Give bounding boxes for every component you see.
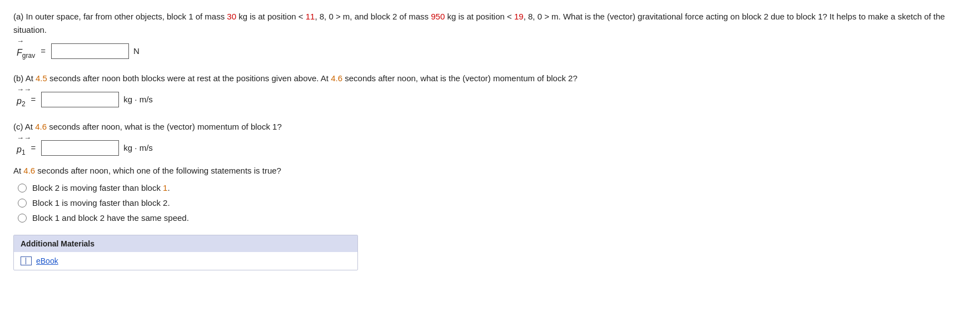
- pos1x-value: 11: [306, 12, 315, 21]
- part-b-text2: seconds after noon both blocks were at r…: [47, 73, 331, 83]
- radio-opt1-label: Block 2 is moving faster than block 1.: [32, 183, 170, 192]
- p2-letter: p: [17, 96, 22, 106]
- p2-subscript: 2: [22, 100, 26, 108]
- part-b: (b) At 4.5 seconds after noon both block…: [13, 72, 967, 108]
- statement-time: 4.6: [23, 166, 35, 175]
- p1-subscript: 1: [22, 149, 26, 156]
- part-c-question: (c) At 4.6 seconds after noon, what is t…: [13, 120, 967, 134]
- opt1-text-before: Block 2 is moving faster than block: [32, 183, 163, 192]
- part-b-time1: 4.5: [36, 73, 47, 83]
- opt2-text-after: 2.: [163, 198, 170, 208]
- part-a-equals: =: [41, 46, 46, 56]
- mass1-value: 30: [227, 12, 236, 21]
- part-b-text1: At: [26, 73, 36, 83]
- part-b-equals: =: [31, 95, 36, 104]
- p2-vector-label: →→ p2: [17, 91, 26, 108]
- part-b-label: (b): [13, 73, 23, 83]
- part-b-answer-row: →→ p2 = kg · m/s: [17, 91, 967, 108]
- opt3-text: Block 1 and block 2 have the same speed.: [32, 213, 189, 223]
- part-a-text3: , 8, 0 > m, and block 2 of mass: [315, 12, 431, 21]
- part-c-label: (c): [13, 122, 23, 131]
- part-a-question: (a) In outer space, far from other objec…: [13, 10, 967, 37]
- p2-arrow: →→: [17, 85, 31, 93]
- part-a-input[interactable]: [51, 43, 129, 59]
- part-c-answer-row: →→ p1 = kg · m/s: [17, 139, 967, 156]
- fgrav-subscript: grav: [22, 52, 35, 60]
- part-a: (a) In outer space, far from other objec…: [13, 10, 967, 60]
- opt2-text-before: Block 1 is moving faster than block: [32, 198, 163, 208]
- part-a-text4: kg is at position <: [445, 12, 514, 21]
- mass2-value: 950: [431, 12, 445, 21]
- part-c-input[interactable]: [41, 140, 119, 156]
- part-b-input[interactable]: [41, 92, 119, 107]
- part-c-unit: kg · m/s: [123, 143, 153, 152]
- p1-letter: p: [17, 145, 22, 154]
- additional-materials-header: Additional Materials: [14, 235, 357, 252]
- part-c-equals: =: [31, 143, 36, 152]
- part-c-text1: At: [25, 122, 35, 131]
- statement-intro: At 4.6 seconds after noon, which one of …: [13, 164, 967, 177]
- p1-vector-label: →→ p1: [17, 139, 26, 156]
- radio-opt2-label: Block 1 is moving faster than block 2.: [32, 198, 170, 208]
- radio-option-3: Block 1 and block 2 have the same speed.: [18, 213, 967, 223]
- part-c-time: 4.6: [35, 122, 47, 131]
- ebook-icon: [21, 256, 32, 265]
- fgrav-vector-label: → Fgrav: [17, 42, 35, 60]
- part-c: (c) At 4.6 seconds after noon, what is t…: [13, 120, 967, 223]
- part-c-text2: seconds after noon, what is the (vector)…: [47, 122, 282, 131]
- part-a-unit: N: [133, 46, 140, 56]
- radio-option-1: Block 2 is moving faster than block 1.: [18, 183, 967, 192]
- radio-opt1[interactable]: [18, 184, 27, 192]
- statement-section: At 4.6 seconds after noon, which one of …: [13, 164, 967, 223]
- part-b-time2: 4.6: [331, 73, 342, 83]
- opt1-text-after: .: [167, 183, 170, 192]
- additional-materials-body: eBook: [14, 252, 357, 270]
- part-a-text2: kg is at position <: [236, 12, 306, 21]
- radio-opt2[interactable]: [18, 199, 27, 208]
- radio-option-2: Block 1 is moving faster than block 2.: [18, 198, 967, 208]
- fgrav-arrow: →: [17, 37, 24, 45]
- part-a-text1: In outer space, far from other objects, …: [26, 12, 227, 21]
- ebook-link[interactable]: eBook: [36, 256, 58, 265]
- part-b-text3: seconds after noon, what is the (vector)…: [342, 73, 578, 83]
- part-b-unit: kg · m/s: [123, 95, 153, 104]
- part-b-question: (b) At 4.5 seconds after noon both block…: [13, 72, 967, 85]
- radio-group: Block 2 is moving faster than block 1. B…: [18, 183, 967, 223]
- fgrav-letter: F: [17, 48, 22, 57]
- additional-materials-section: Additional Materials eBook: [13, 235, 358, 270]
- radio-opt3[interactable]: [18, 214, 27, 223]
- radio-opt3-label: Block 1 and block 2 have the same speed.: [32, 213, 189, 223]
- pos2x-value: 19: [514, 12, 524, 21]
- statement-intro-text2: seconds after noon, which one of the fol…: [35, 166, 281, 175]
- part-a-label: (a): [13, 12, 23, 21]
- p1-arrow: →→: [17, 134, 31, 142]
- part-a-answer-row: → Fgrav = N: [17, 42, 967, 60]
- statement-intro-text1: At: [13, 166, 23, 175]
